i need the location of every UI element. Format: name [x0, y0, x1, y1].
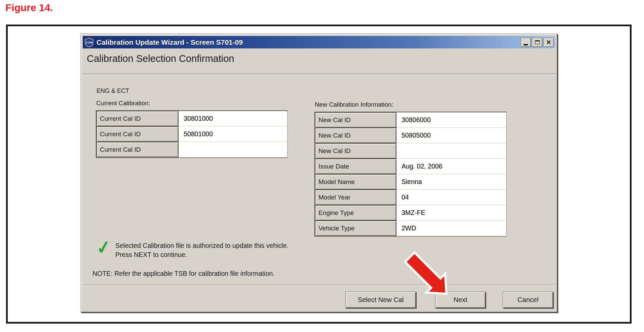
buttons-divider — [83, 285, 556, 285]
row-value-cell — [179, 142, 287, 157]
figure-label: Figure 14. — [5, 2, 53, 13]
row-label-cell: Engine Type — [315, 205, 396, 221]
row-value-cell: 30806000 — [396, 112, 506, 128]
note-text: NOTE: Refer the applicable TSB for calib… — [92, 270, 275, 278]
row-label-cell: New Cal ID — [315, 128, 396, 143]
table-row: Engine Type 3MZ-FE — [315, 205, 506, 221]
window-title: Calibration Update Wizard - Screen S701-… — [97, 38, 243, 46]
row-label-cell: Current Cal ID — [97, 111, 179, 126]
titlebar[interactable]: CUW Calibration Update Wizard - Screen S… — [83, 36, 556, 48]
close-button[interactable]: ✕ — [543, 38, 554, 47]
row-value-cell: 30801000 — [179, 111, 287, 126]
row-value-cell: 50805000 — [396, 128, 506, 143]
status-line-2: Press NEXT to continue. — [115, 250, 289, 259]
close-icon: ✕ — [546, 39, 551, 46]
row-label-cell: Vehicle Type — [315, 221, 396, 236]
table-row: Current Cal ID 30801000 — [97, 111, 287, 126]
table-row: New Cal ID 30806000 — [315, 112, 506, 128]
row-label-cell: New Cal ID — [315, 143, 396, 159]
minimize-icon — [524, 44, 528, 45]
table-row: Model Name Sienna — [315, 174, 506, 190]
subsystem-label: ENG & ECT — [97, 87, 129, 95]
cuw-logo-text: CUW — [86, 41, 92, 44]
row-label-cell: Issue Date — [315, 159, 396, 174]
maximize-button[interactable] — [532, 38, 542, 47]
table-row: Vehicle Type 2WD — [315, 221, 506, 236]
checkmark-icon: ✓ — [95, 237, 112, 257]
new-calibration-table: New Cal ID 30806000 New Cal ID 50805000 … — [314, 112, 507, 237]
figure-page: Figure 14. CUW Calibration Update Wizard… — [0, 0, 644, 332]
row-value-cell — [396, 143, 506, 159]
row-value-cell: 2WD — [396, 221, 506, 236]
page-heading: Calibration Selection Confirmation — [87, 53, 234, 64]
table-row: Current Cal ID 50801000 — [97, 126, 287, 142]
row-label-cell: Current Cal ID — [97, 142, 179, 157]
calibration-wizard-window: CUW Calibration Update Wizard - Screen S… — [81, 34, 558, 312]
row-label-cell: Model Year — [315, 190, 396, 205]
status-message: Selected Calibration file is authorized … — [115, 241, 289, 259]
table-row: Model Year 04 — [315, 190, 506, 205]
table-row: Current Cal ID — [97, 142, 287, 157]
row-value-cell: Sienna — [396, 174, 506, 190]
window-controls: ✕ — [521, 38, 554, 47]
heading-divider — [83, 74, 556, 74]
cuw-logo-icon: CUW — [84, 38, 94, 47]
new-calibration-caption: New Calibration Information: — [315, 101, 393, 108]
current-calibration-table: Current Cal ID 30801000 Current Cal ID 5… — [96, 110, 288, 158]
table-row: New Cal ID — [315, 143, 506, 159]
current-calibration-caption: Current Calibration: — [96, 100, 150, 107]
table-row: New Cal ID 50805000 — [315, 128, 506, 143]
row-value-cell: 04 — [396, 190, 506, 205]
red-arrow-annotation — [404, 251, 450, 297]
row-value-cell: 50801000 — [179, 126, 287, 142]
minimize-button[interactable] — [521, 38, 531, 47]
cancel-button[interactable]: Cancel — [503, 292, 553, 308]
row-label-cell: New Cal ID — [315, 112, 396, 128]
row-value-cell: 3MZ-FE — [396, 205, 506, 221]
row-label-cell: Current Cal ID — [97, 126, 179, 142]
status-line-1: Selected Calibration file is authorized … — [115, 241, 289, 250]
row-label-cell: Model Name — [315, 174, 396, 190]
maximize-icon — [535, 40, 540, 44]
row-value-cell: Aug. 02, 2006 — [396, 159, 506, 174]
table-row: Issue Date Aug. 02, 2006 — [315, 159, 506, 174]
